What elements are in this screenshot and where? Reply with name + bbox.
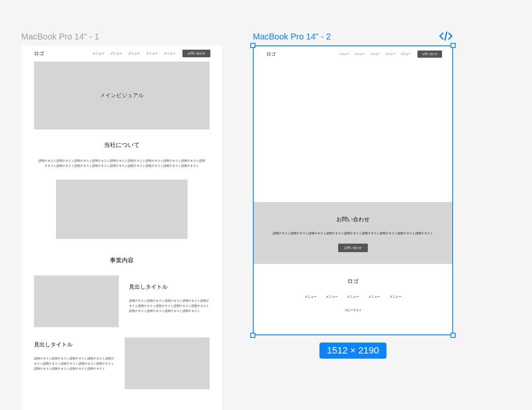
cta-body: 説明テキスト説明テキスト説明テキスト説明テキスト説明テキスト説明テキスト説明テキ…: [271, 231, 435, 236]
frame-2-label[interactable]: MacBook Pro 14" - 2: [253, 32, 331, 42]
about-section: 当社について 説明テキスト説明テキスト説明テキスト説明テキスト説明テキスト説明テ…: [21, 129, 222, 239]
business-item-heading: 見出しタイトル: [34, 341, 115, 348]
selection-handle-bottom-right[interactable]: [451, 333, 456, 338]
header-logo[interactable]: ロゴ: [266, 51, 276, 57]
header-nav: メニュー メニュー メニュー メニュー メニュー: [92, 51, 176, 56]
svg-line-0: [445, 32, 447, 40]
business-item-heading: 見出しタイトル: [129, 283, 210, 291]
footer-nav-item[interactable]: メニュー: [326, 295, 338, 299]
header-nav-item[interactable]: メニュー: [339, 52, 350, 56]
business-item-body: 説明テキスト説明テキスト説明テキスト説明テキスト説明テキスト説明テキスト説明テキ…: [34, 356, 115, 371]
frame-2-selection[interactable]: ロゴ メニュー メニュー メニュー メニュー メニュー お問い合わせ お問い合わ…: [253, 45, 453, 335]
selection-handle-top-left[interactable]: [250, 43, 255, 48]
frame-macbook-pro-14-2[interactable]: ロゴ メニュー メニュー メニュー メニュー メニュー お問い合わせ お問い合わ…: [253, 45, 453, 335]
footer-nav-item[interactable]: メニュー: [389, 295, 401, 299]
header-nav-item[interactable]: メニュー: [385, 52, 395, 56]
header-nav-item[interactable]: メニュー: [370, 52, 380, 56]
footer-nav-item[interactable]: メニュー: [368, 295, 380, 299]
empty-content-area: [254, 62, 452, 202]
selection-dimensions-label: 1512 × 2190: [319, 343, 387, 359]
business-image-placeholder[interactable]: [125, 337, 210, 389]
header-nav-item[interactable]: メニュー: [400, 52, 411, 56]
footer-nav-item[interactable]: メニュー: [347, 295, 359, 299]
design-canvas[interactable]: MacBook Pro 14" - 1 MacBook Pro 14" - 2 …: [0, 0, 532, 410]
header-nav-item[interactable]: メニュー: [146, 51, 158, 56]
selection-handle-bottom-left[interactable]: [250, 333, 255, 338]
main-visual-label: メインビジュアル: [100, 92, 144, 99]
footer-nav-item[interactable]: メニュー: [305, 295, 316, 299]
cta-contact-button[interactable]: お問い合わせ: [338, 244, 368, 252]
footer-copyright: コピーライト: [271, 308, 435, 312]
about-body: 説明テキスト説明テキスト説明テキスト説明テキスト説明テキスト説明テキスト説明テキ…: [38, 158, 205, 168]
business-title: 事業内容: [21, 257, 222, 264]
header-nav-item[interactable]: メニュー: [92, 51, 104, 56]
header: ロゴ メニュー メニュー メニュー メニュー メニュー お問い合わせ: [21, 45, 222, 62]
footer-logo[interactable]: ロゴ: [271, 278, 435, 285]
cta-title: お問い合わせ: [271, 216, 435, 223]
frame-1-label[interactable]: MacBook Pro 14" - 1: [21, 32, 99, 42]
header-nav-item[interactable]: メニュー: [355, 52, 365, 56]
footer-nav: メニュー メニュー メニュー メニュー メニュー: [271, 295, 435, 299]
business-image-placeholder[interactable]: [34, 275, 119, 327]
business-item: 見出しタイトル 説明テキスト説明テキスト説明テキスト説明テキスト説明テキスト説明…: [21, 275, 222, 327]
header: ロゴ メニュー メニュー メニュー メニュー メニュー お問い合わせ: [254, 46, 452, 62]
business-item: 見出しタイトル 説明テキスト説明テキスト説明テキスト説明テキスト説明テキスト説明…: [21, 337, 222, 389]
business-item-body: 説明テキスト説明テキスト説明テキスト説明テキスト説明テキスト説明テキスト説明テキ…: [129, 298, 210, 314]
header-contact-button[interactable]: お問い合わせ: [417, 51, 442, 58]
footer: ロゴ メニュー メニュー メニュー メニュー メニュー コピーライト: [254, 264, 452, 326]
about-title: 当社について: [38, 141, 205, 149]
header-logo[interactable]: ロゴ: [34, 50, 44, 57]
frame-macbook-pro-14-1[interactable]: ロゴ メニュー メニュー メニュー メニュー メニュー お問い合わせ メインビジ…: [21, 45, 222, 410]
header-nav: メニュー メニュー メニュー メニュー メニュー: [339, 52, 411, 56]
dev-mode-icon[interactable]: [439, 31, 453, 43]
selection-handle-top-right[interactable]: [451, 43, 456, 48]
about-image-placeholder[interactable]: [56, 180, 188, 239]
header-contact-button[interactable]: お問い合わせ: [182, 50, 210, 57]
contact-cta-section: お問い合わせ 説明テキスト説明テキスト説明テキスト説明テキスト説明テキスト説明テ…: [254, 202, 452, 264]
header-nav-item[interactable]: メニュー: [128, 51, 140, 56]
header-nav-item[interactable]: メニュー: [110, 51, 122, 56]
main-visual-placeholder[interactable]: メインビジュアル: [34, 62, 210, 129]
header-nav-item[interactable]: メニュー: [164, 51, 176, 56]
